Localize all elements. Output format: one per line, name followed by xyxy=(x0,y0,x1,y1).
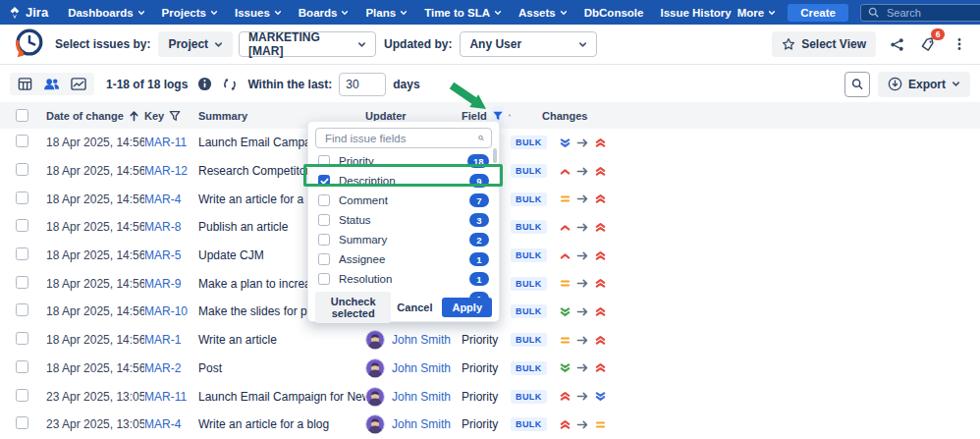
field-checkbox[interactable] xyxy=(318,194,330,206)
issue-key-link[interactable]: MAR-4 xyxy=(144,417,181,431)
search-icon xyxy=(851,78,863,90)
header-summary[interactable]: Summary xyxy=(198,110,365,122)
notification-badge: 6 xyxy=(931,28,945,40)
field-checkbox[interactable] xyxy=(318,253,330,265)
row-checkbox[interactable] xyxy=(16,332,28,345)
field-filter-item-assignee[interactable]: Assignee1 xyxy=(308,249,499,269)
whats-new-tag-icon[interactable]: 6 xyxy=(917,33,939,55)
row-checkbox[interactable] xyxy=(16,360,28,373)
updater-link[interactable]: John Smith xyxy=(392,417,451,431)
field-filter-item-resolution[interactable]: Resolution1 xyxy=(308,269,499,289)
find-fields-input[interactable] xyxy=(323,132,478,145)
days-input[interactable] xyxy=(339,73,386,96)
nav-item-issue-history[interactable]: Issue History xyxy=(660,7,731,19)
updater-link[interactable]: John Smith xyxy=(392,390,451,404)
chart-view-button[interactable] xyxy=(71,77,86,91)
search-input[interactable] xyxy=(885,6,980,20)
row-checkbox[interactable] xyxy=(16,192,28,204)
issue-key-link[interactable]: MAR-5 xyxy=(144,248,181,262)
bulk-badge: BULK xyxy=(511,220,547,234)
issue-key-link[interactable]: MAR-4 xyxy=(144,192,181,206)
popup-search[interactable] xyxy=(315,128,492,148)
updated-by-dropdown[interactable]: Any User xyxy=(460,31,597,57)
issue-key-link[interactable]: MAR-2 xyxy=(144,361,181,375)
project-dropdown[interactable]: MARKETING [MAR] xyxy=(239,31,376,57)
field-checkbox[interactable] xyxy=(318,234,330,246)
priority-highest-icon xyxy=(594,165,607,178)
chevron-down-icon xyxy=(137,9,145,17)
header-key[interactable]: Key xyxy=(144,110,198,122)
nav-item-boards[interactable]: Boards xyxy=(299,7,350,19)
issue-key-link[interactable]: MAR-10 xyxy=(144,304,188,318)
export-button[interactable]: Export xyxy=(878,72,970,97)
summary-cell: Write an article xyxy=(198,333,365,347)
select-view-button[interactable]: Select View xyxy=(772,31,876,57)
header-date[interactable]: Date of change xyxy=(46,110,144,122)
nav-item-time-to-sla[interactable]: Time to SLA xyxy=(424,7,502,19)
avatar xyxy=(365,414,385,434)
select-all-checkbox[interactable] xyxy=(16,109,28,122)
scrollbar-thumb[interactable] xyxy=(493,148,497,163)
nav-item-assets[interactable]: Assets xyxy=(518,7,568,19)
more-options-icon[interactable] xyxy=(949,33,970,55)
issue-key-link[interactable]: MAR-11 xyxy=(144,390,187,404)
info-icon[interactable] xyxy=(197,77,212,91)
select-mode-dropdown[interactable]: Project xyxy=(158,31,233,57)
field-filter-item-priority[interactable]: Priority18 xyxy=(308,151,499,171)
nav-item-plans[interactable]: Plans xyxy=(365,7,408,19)
row-checkbox[interactable] xyxy=(16,163,28,176)
table-view-button[interactable] xyxy=(18,77,32,91)
field-filter-item-description[interactable]: Description9 xyxy=(308,171,499,191)
apply-button[interactable]: Apply xyxy=(442,298,492,317)
updater-link[interactable]: John Smith xyxy=(392,361,451,375)
row-checkbox[interactable] xyxy=(16,135,28,147)
table-row: 18 Apr 2025, 14:56MAR-2PostJohn SmithPri… xyxy=(0,355,980,383)
row-checkbox[interactable] xyxy=(16,219,28,232)
row-checkbox[interactable] xyxy=(16,276,28,289)
row-checkbox[interactable] xyxy=(16,416,28,429)
users-view-button[interactable] xyxy=(43,77,60,91)
filter-outline-icon[interactable] xyxy=(169,110,181,122)
issue-key-link[interactable]: MAR-9 xyxy=(144,277,181,291)
issue-key-link[interactable]: MAR-1 xyxy=(144,333,181,347)
updater-cell: John Smith xyxy=(365,414,462,434)
nav-item-issues[interactable]: Issues xyxy=(235,7,282,19)
row-checkbox[interactable] xyxy=(16,303,28,316)
field-filter-item-summary[interactable]: Summary2 xyxy=(308,230,499,249)
share-icon[interactable] xyxy=(886,33,907,55)
create-button[interactable]: Create xyxy=(788,4,848,22)
updater-link[interactable]: John Smith xyxy=(392,333,451,347)
search-icon xyxy=(478,132,484,144)
priority-medium-icon xyxy=(594,418,607,431)
uncheck-selected-button[interactable]: Uncheck selected xyxy=(315,292,391,323)
jira-logo[interactable]: Jira xyxy=(8,5,48,20)
refresh-icon[interactable] xyxy=(222,77,238,92)
table-search-button[interactable] xyxy=(844,72,870,97)
chevron-down-icon xyxy=(768,9,776,17)
priority-high-icon xyxy=(559,221,572,234)
field-checkbox[interactable] xyxy=(318,273,330,285)
issue-key-link[interactable]: MAR-11 xyxy=(144,136,187,149)
row-checkbox[interactable] xyxy=(16,389,28,402)
issue-key-link[interactable]: MAR-12 xyxy=(144,164,188,178)
row-checkbox[interactable] xyxy=(16,247,28,260)
field-filter-item-comment[interactable]: Comment7 xyxy=(308,191,499,210)
nav-item-projects[interactable]: Projects xyxy=(162,7,218,19)
changes-cell: BULK xyxy=(511,248,980,262)
nav-item-dashboards[interactable]: Dashboards xyxy=(68,7,144,19)
field-checkbox[interactable] xyxy=(318,214,330,226)
issue-key-link[interactable]: MAR-8 xyxy=(144,220,181,234)
nav-item-dbconsole[interactable]: DbConsole xyxy=(584,7,644,19)
header-changes-label: Changes xyxy=(542,110,587,122)
field-checkbox[interactable] xyxy=(318,175,330,187)
nav-item-more[interactable]: More xyxy=(737,7,776,19)
field-filter-item-status[interactable]: Status3 xyxy=(308,210,499,230)
header-changes[interactable]: Changes xyxy=(511,110,980,122)
field-checkbox[interactable] xyxy=(318,155,330,167)
field-count-badge: 18 xyxy=(467,154,489,168)
date-cell: 18 Apr 2025, 14:56 xyxy=(46,361,144,375)
cancel-button[interactable]: Cancel xyxy=(391,298,438,317)
popup-footer: Uncheck selected Cancel Apply xyxy=(308,294,499,321)
header-updater[interactable]: Updater xyxy=(365,110,462,122)
nav-search[interactable] xyxy=(860,4,980,22)
